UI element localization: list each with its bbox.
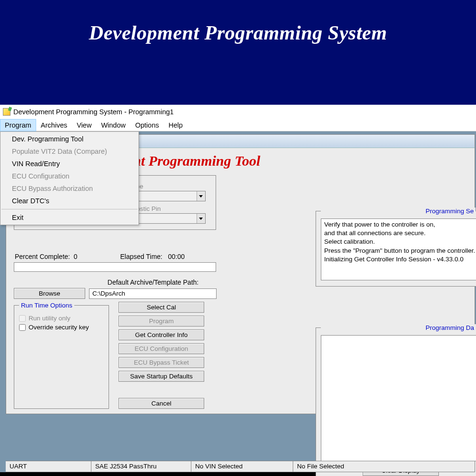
- status-vin: No VIN Selected: [191, 461, 293, 472]
- session-log: Verify that power to the controller is o…: [321, 218, 476, 280]
- programming-data-group: Programming Da Clear Display: [316, 324, 476, 476]
- banner-title: Development Programming System: [0, 0, 476, 73]
- override-security-checkbox[interactable]: Override security key: [19, 324, 104, 331]
- ecu-bypass-ticket-button[interactable]: ECU Bypass Ticket: [119, 357, 204, 368]
- app-icon: [3, 108, 10, 116]
- chevron-down-icon[interactable]: [197, 214, 205, 223]
- progress-bar: [14, 262, 216, 272]
- titlebar: Development Programming System - Program…: [0, 105, 476, 119]
- run-utility-only-checkbox[interactable]: Run utility only: [19, 315, 104, 322]
- program-button[interactable]: Program: [119, 316, 204, 327]
- menu-separator: [1, 209, 138, 209]
- menu-view[interactable]: View: [72, 119, 96, 131]
- archive-path-input[interactable]: [89, 288, 217, 299]
- menu-ecu-bypass-auth[interactable]: ECU Bypass Authorization: [0, 182, 139, 195]
- menu-help[interactable]: Help: [164, 119, 188, 131]
- ecu-configuration-button[interactable]: ECU Configuration: [119, 343, 204, 354]
- chevron-down-icon[interactable]: [197, 191, 205, 201]
- cancel-button[interactable]: Cancel: [119, 398, 204, 409]
- menu-window[interactable]: Window: [96, 119, 130, 131]
- status-file: No File Selected: [293, 461, 475, 472]
- data-legend: Programming Da: [321, 324, 476, 331]
- menu-exit[interactable]: Exit: [0, 211, 139, 224]
- save-startup-defaults-button[interactable]: Save Startup Defaults: [119, 371, 204, 382]
- menubar: Program Archives View Window Options Hel…: [0, 119, 476, 131]
- override-security-label: Override security key: [29, 324, 89, 331]
- status-protocol: UART: [6, 461, 91, 472]
- select-cal-button[interactable]: Select Cal: [119, 302, 204, 313]
- menu-archives[interactable]: Archives: [36, 119, 72, 131]
- run-utility-only-label: Run utility only: [29, 315, 70, 322]
- action-button-stack: Select Cal Program Get Controller Info E…: [119, 302, 204, 409]
- program-menu-dropdown: Dev. Programming Tool Populate VIT2 Data…: [0, 131, 139, 225]
- run-utility-only-input[interactable]: [19, 315, 26, 322]
- archive-path-label: Default Archive/Template Path:: [14, 278, 216, 286]
- elapsed-time-value: 00:00: [168, 253, 185, 260]
- get-controller-info-button[interactable]: Get Controller Info: [119, 329, 204, 340]
- app-window: Development Programming System - Program…: [0, 105, 476, 472]
- menu-program[interactable]: Program: [0, 119, 36, 131]
- menu-clear-dtcs[interactable]: Clear DTC's: [0, 195, 139, 207]
- menu-dev-programming-tool[interactable]: Dev. Programming Tool: [0, 133, 139, 145]
- browse-button[interactable]: Browse: [14, 288, 85, 299]
- menu-ecu-configuration[interactable]: ECU Configuration: [0, 170, 139, 182]
- status-bar: UART SAE J2534 PassThru No VIN Selected …: [6, 461, 475, 472]
- percent-complete-value: 0: [74, 253, 78, 260]
- elapsed-time-label: Elapsed Time:: [120, 253, 163, 260]
- menu-populate-vit2[interactable]: Populate VIT2 Data (Compare): [0, 145, 139, 158]
- window-title: Development Programming System - Program…: [13, 108, 174, 116]
- programming-data-box: [321, 335, 476, 461]
- status-interface: SAE J2534 PassThru: [91, 461, 191, 472]
- menu-vin-read-entry[interactable]: VIN Read/Entry: [0, 158, 139, 170]
- runtime-options-group: Run Time Options Run utility only Overri…: [14, 302, 109, 409]
- percent-complete-label: Percent Complete:: [15, 253, 70, 260]
- runtime-legend: Run Time Options: [19, 302, 74, 309]
- override-security-input[interactable]: [19, 324, 26, 331]
- session-legend: Programming Se: [321, 208, 476, 215]
- programming-session-group: Programming Se Verify that power to the …: [316, 208, 476, 287]
- menu-options[interactable]: Options: [130, 119, 164, 131]
